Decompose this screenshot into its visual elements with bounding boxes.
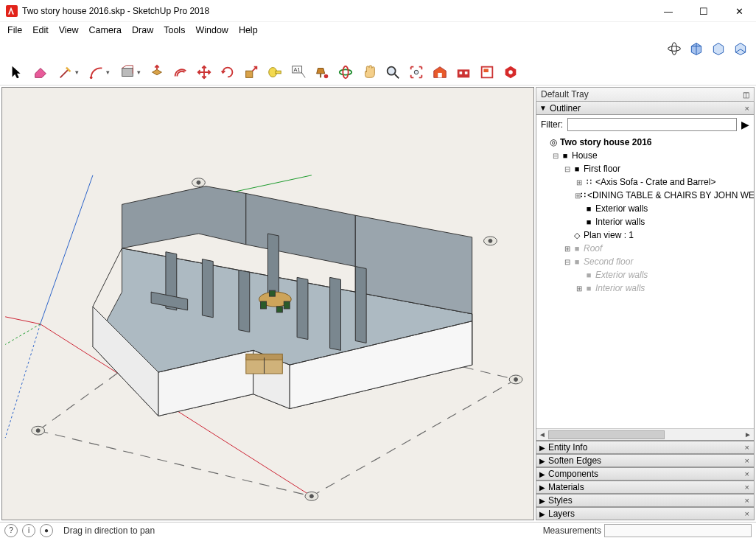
tree-roof[interactable]: ⊞Roof xyxy=(539,242,754,255)
pan-tool[interactable] xyxy=(360,63,379,82)
zoom-extents-tool[interactable] xyxy=(407,63,426,82)
3d-viewport[interactable] xyxy=(1,87,534,520)
outliner-header[interactable]: ▼ Outliner × xyxy=(536,102,755,115)
tree-plan-view[interactable]: Plan view : 1 xyxy=(539,228,754,242)
tree-ext-walls[interactable]: Exterior walls xyxy=(539,202,754,215)
menu-window[interactable]: Window xyxy=(191,24,232,37)
status-bar: ? i ● Drag in direction to pan Measureme… xyxy=(0,522,756,538)
filter-row: Filter: ▶ xyxy=(536,115,754,134)
pushpull-tool[interactable] xyxy=(147,63,167,82)
offset-tool[interactable] xyxy=(171,63,190,82)
svg-rect-38 xyxy=(276,307,282,312)
tree-int-walls[interactable]: Interior walls xyxy=(539,215,754,228)
panel-entity-info[interactable]: ▶Entity Info× xyxy=(536,441,755,454)
scroll-track[interactable] xyxy=(548,430,742,440)
svg-rect-3 xyxy=(122,68,133,76)
move-tool[interactable] xyxy=(195,63,214,82)
svg-point-12 xyxy=(388,66,396,74)
filter-label: Filter: xyxy=(541,119,563,130)
default-tray: Default Tray ◫ ▼ Outliner × Filter: ▶ Tw… xyxy=(536,87,755,520)
warehouse-tool[interactable] xyxy=(430,63,449,82)
outliner-tree[interactable]: Two story house 2016 ⊟House ⊟First floor… xyxy=(536,134,754,428)
svg-point-30 xyxy=(514,377,518,381)
panel-close-icon[interactable]: × xyxy=(743,104,751,113)
svg-rect-4 xyxy=(246,71,253,77)
collapsed-panels: ▶Entity Info× ▶Soften Edges× ▶Components… xyxy=(536,441,755,520)
panel-materials[interactable]: ▶Materials× xyxy=(536,481,755,494)
paint-tool[interactable] xyxy=(312,63,332,82)
svg-rect-17 xyxy=(465,71,468,74)
panel-layers[interactable]: ▶Layers× xyxy=(536,507,755,520)
svg-rect-15 xyxy=(458,69,470,77)
help-icon[interactable]: ? xyxy=(4,524,18,537)
tree-second-floor[interactable]: ⊟Second floor xyxy=(539,255,754,268)
titlebar: Two story house 2016.skp - SketchUp Pro … xyxy=(0,0,756,22)
scroll-right-icon[interactable]: ► xyxy=(742,430,754,439)
maximize-button[interactable] xyxy=(693,5,715,17)
tree-hscrollbar[interactable]: ◄ ► xyxy=(536,428,754,440)
svg-point-2 xyxy=(89,76,92,79)
outliner-title: Outliner xyxy=(550,103,743,113)
svg-point-0 xyxy=(668,46,681,52)
svg-point-1 xyxy=(672,43,677,55)
svg-rect-37 xyxy=(269,290,275,296)
scale-tool[interactable] xyxy=(242,63,261,82)
tree-sf-ext-walls[interactable]: Exterior walls xyxy=(539,268,754,282)
rectangle-tool[interactable]: ▾ xyxy=(116,63,143,82)
front-view-icon[interactable] xyxy=(688,41,704,57)
eraser-tool[interactable] xyxy=(31,63,50,82)
menu-tools[interactable]: Tools xyxy=(159,24,189,37)
tree-root[interactable]: Two story house 2016 xyxy=(539,136,754,149)
outliner-panel: Filter: ▶ Two story house 2016 ⊟House ⊟F… xyxy=(536,115,755,441)
svg-point-11 xyxy=(343,66,348,78)
filter-go-icon[interactable]: ▶ xyxy=(741,119,749,130)
tray-header[interactable]: Default Tray ◫ xyxy=(536,87,755,102)
zoom-tool[interactable] xyxy=(383,63,402,82)
text-tool[interactable]: A1 xyxy=(289,63,308,82)
panel-styles[interactable]: ▶Styles× xyxy=(536,494,755,507)
tree-sf-int-walls[interactable]: ⊞Interior walls xyxy=(539,282,754,295)
viewport-drawing xyxy=(2,88,533,520)
main-toolbar: ▾ ▾ ▾ A1 xyxy=(0,59,756,85)
rotate-tool[interactable] xyxy=(218,63,237,82)
measurements-input[interactable] xyxy=(604,524,752,537)
menu-edit[interactable]: Edit xyxy=(28,24,53,37)
extensions-tool[interactable] xyxy=(501,63,520,82)
minimize-button[interactable] xyxy=(657,5,679,17)
extension-warehouse-tool[interactable] xyxy=(454,63,473,82)
svg-point-32 xyxy=(197,181,200,184)
scroll-thumb[interactable] xyxy=(548,430,665,439)
user-icon[interactable]: ● xyxy=(40,524,53,537)
side-view-icon[interactable] xyxy=(732,41,749,57)
tree-axis-sofa[interactable]: ⊞<Axis Sofa - Crate and Barrel> xyxy=(539,175,754,189)
top-view-icon[interactable] xyxy=(710,41,727,57)
menu-draw[interactable]: Draw xyxy=(127,24,158,37)
menu-help[interactable]: Help xyxy=(234,24,262,37)
svg-rect-16 xyxy=(460,71,463,74)
panel-components[interactable]: ▶Components× xyxy=(536,467,755,481)
pin-icon[interactable]: ◫ xyxy=(743,91,749,99)
tree-house[interactable]: ⊟House xyxy=(539,149,754,162)
svg-rect-14 xyxy=(438,72,442,77)
scroll-left-icon[interactable]: ◄ xyxy=(536,430,548,439)
svg-rect-35 xyxy=(261,301,267,309)
layout-tool[interactable] xyxy=(477,63,497,82)
orbit-tool[interactable] xyxy=(336,63,355,82)
svg-point-28 xyxy=(36,429,40,433)
menu-file[interactable]: File xyxy=(3,24,27,37)
svg-point-20 xyxy=(508,70,513,74)
iso-view-icon[interactable] xyxy=(666,41,682,57)
filter-input[interactable] xyxy=(567,118,737,131)
line-tool[interactable]: ▾ xyxy=(55,63,81,82)
tree-first-floor[interactable]: ⊟First floor xyxy=(539,162,754,175)
arc-tool[interactable]: ▾ xyxy=(85,63,112,82)
info-icon[interactable]: i xyxy=(22,524,35,537)
panel-soften-edges[interactable]: ▶Soften Edges× xyxy=(536,454,755,467)
close-button[interactable] xyxy=(728,5,750,17)
svg-point-10 xyxy=(340,69,352,74)
select-tool[interactable] xyxy=(7,63,27,82)
menu-camera[interactable]: Camera xyxy=(85,24,126,37)
menu-view[interactable]: View xyxy=(55,24,83,37)
tree-dining[interactable]: ⊞<DINING TABLE & CHAIRS BY JOHN WEICK xyxy=(539,189,754,202)
tape-tool[interactable] xyxy=(265,63,284,82)
